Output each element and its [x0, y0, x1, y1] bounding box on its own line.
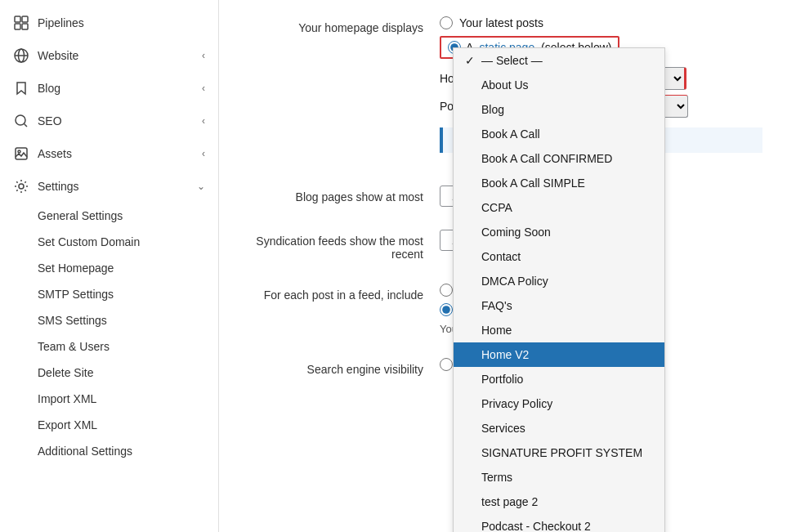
sidebar-item-label: SEO	[38, 114, 194, 127]
sidebar-sub-export-xml[interactable]: Export XML	[0, 412, 218, 438]
sidebar-sub-delete-site[interactable]: Delete Site	[0, 360, 218, 386]
syndication-label: Syndication feeds show the most recent	[244, 230, 423, 261]
dropdown-item-label: Home V2	[481, 348, 529, 361]
dropdown-item-label: — Select —	[481, 54, 543, 67]
chevron-icon: ‹	[202, 83, 205, 94]
dropdown-item-terms[interactable]: Terms	[454, 465, 664, 490]
seo-icon	[13, 113, 29, 129]
dropdown-item-privacy-policy[interactable]: Privacy Policy	[454, 391, 664, 416]
sidebar-sub-set-custom-domain[interactable]: Set Custom Domain	[0, 229, 218, 255]
globe-icon	[13, 47, 29, 64]
dropdown-item-faqs[interactable]: FAQ's	[454, 293, 664, 318]
dropdown-item-label: CCPA	[481, 201, 512, 214]
dropdown-item-label: Terms	[481, 471, 512, 484]
sidebar-sub-import-xml[interactable]: Import XML	[0, 386, 218, 412]
svg-rect-1	[22, 16, 28, 22]
dropdown-item-label: Blog	[481, 103, 504, 116]
svg-point-7	[16, 115, 25, 125]
sidebar-item-label: Assets	[38, 147, 194, 160]
dropdown-item-about-us[interactable]: About Us	[454, 73, 664, 97]
sidebar-sub-set-homepage[interactable]: Set Homepage	[0, 255, 218, 281]
chevron-down-icon: ⌄	[197, 181, 205, 192]
svg-rect-9	[16, 148, 27, 159]
dropdown-item-services[interactable]: Services	[454, 416, 664, 440]
checkmark-icon: ✓	[465, 54, 478, 67]
discourage-radio[interactable]	[440, 358, 453, 371]
sidebar-item-label: Website	[38, 49, 194, 62]
sidebar-sub-smtp-settings[interactable]: SMTP Settings	[0, 281, 218, 307]
dropdown-item-book-a-call[interactable]: Book A Call	[454, 122, 664, 146]
dropdown-item-label: Book A Call CONFIRMED	[481, 152, 612, 165]
dropdown-item-label: Portfolio	[481, 373, 523, 386]
sidebar-item-label: Pipelines	[38, 16, 205, 29]
sidebar-item-pipelines[interactable]: Pipelines	[0, 7, 218, 39]
sidebar-sub-sms-settings[interactable]: SMS Settings	[0, 307, 218, 333]
dropdown-item-label: FAQ's	[481, 299, 512, 312]
excerpt-radio[interactable]	[440, 303, 453, 316]
latest-posts-label: Your latest posts	[459, 16, 543, 29]
dropdown-item-ccpa[interactable]: CCPA	[454, 195, 664, 220]
svg-rect-3	[22, 24, 28, 29]
homepage-displays-label: Your homepage displays	[244, 16, 423, 34]
dropdown-item-test-page-2[interactable]: test page 2	[454, 490, 664, 514]
dropdown-item-portfolio[interactable]: Portfolio	[454, 367, 664, 391]
sidebar-item-seo[interactable]: SEO ‹	[0, 105, 218, 137]
dropdown-item-label: Book A Call SIMPLE	[481, 177, 585, 190]
dropdown-item-home[interactable]: Home	[454, 318, 664, 342]
dropdown-item-label: Contact	[481, 250, 521, 263]
svg-point-11	[19, 184, 24, 189]
dropdown-item-signature-profit-system[interactable]: SIGNATURE PROFIT SYSTEM	[454, 440, 664, 465]
sidebar-sub-team-users[interactable]: Team & Users	[0, 333, 218, 360]
latest-posts-option: Your latest posts	[440, 16, 762, 29]
sidebar: Pipelines Website ‹ Blog ‹ SEO	[0, 0, 219, 532]
chevron-icon: ‹	[202, 50, 205, 61]
full-text-radio[interactable]	[440, 284, 453, 297]
grid-icon	[13, 15, 29, 31]
sidebar-item-blog[interactable]: Blog ‹	[0, 72, 218, 105]
sidebar-item-website[interactable]: Website ‹	[0, 39, 218, 72]
sidebar-item-assets[interactable]: Assets ‹	[0, 137, 218, 170]
main-content: Your homepage displays Your latest posts…	[219, 0, 787, 532]
dropdown-item-coming-soon[interactable]: Coming Soon	[454, 220, 664, 244]
dropdown-item-label: Book A Call	[481, 127, 540, 141]
sidebar-sub-general-settings[interactable]: General Settings	[0, 203, 218, 229]
sidebar-sub-additional-settings[interactable]: Additional Settings	[0, 438, 218, 464]
settings-icon	[13, 178, 29, 194]
dropdown-item-label: About Us	[481, 78, 529, 92]
dropdown-item-select[interactable]: ✓— Select —	[454, 48, 664, 73]
dropdown-item-label: Services	[481, 422, 525, 435]
chevron-icon: ‹	[202, 148, 205, 159]
dropdown-item-label: Home	[481, 324, 512, 337]
dropdown-item-podcast-checkout-2[interactable]: Podcast - Checkout 2	[454, 514, 664, 532]
svg-rect-2	[15, 24, 20, 29]
sidebar-item-settings[interactable]: Settings ⌄	[0, 170, 218, 203]
search-engine-label: Search engine visibility	[244, 358, 423, 376]
dropdown-item-label: test page 2	[481, 495, 538, 508]
dropdown-item-home-v2[interactable]: Home V2	[454, 342, 664, 367]
dropdown-item-label: Privacy Policy	[481, 397, 552, 410]
bookmark-icon	[13, 80, 29, 96]
homepage-dropdown: ✓— Select —About UsBlogBook A CallBook A…	[453, 47, 665, 532]
svg-line-8	[25, 124, 28, 127]
dropdown-item-label: Podcast - Checkout 2	[481, 520, 591, 532]
svg-point-10	[18, 150, 20, 153]
dropdown-item-label: DMCA Policy	[481, 275, 548, 288]
feed-include-label: For each post in a feed, include	[244, 284, 423, 302]
assets-icon	[13, 145, 29, 162]
dropdown-item-book-a-call-simple[interactable]: Book A Call SIMPLE	[454, 171, 664, 195]
dropdown-item-contact[interactable]: Contact	[454, 244, 664, 269]
chevron-icon: ‹	[202, 115, 205, 127]
dropdown-item-dmca-policy[interactable]: DMCA Policy	[454, 269, 664, 293]
sidebar-item-label: Settings	[38, 180, 189, 193]
blog-pages-label: Blog pages show at most	[244, 186, 423, 203]
dropdown-item-label: SIGNATURE PROFIT SYSTEM	[481, 446, 642, 459]
dropdown-item-label: Coming Soon	[481, 226, 551, 239]
svg-rect-0	[15, 16, 20, 22]
dropdown-item-book-a-call-confirmed[interactable]: Book A Call CONFIRMED	[454, 146, 664, 171]
dropdown-item-blog[interactable]: Blog	[454, 97, 664, 122]
sidebar-item-label: Blog	[38, 82, 194, 95]
latest-posts-radio[interactable]	[440, 16, 453, 29]
